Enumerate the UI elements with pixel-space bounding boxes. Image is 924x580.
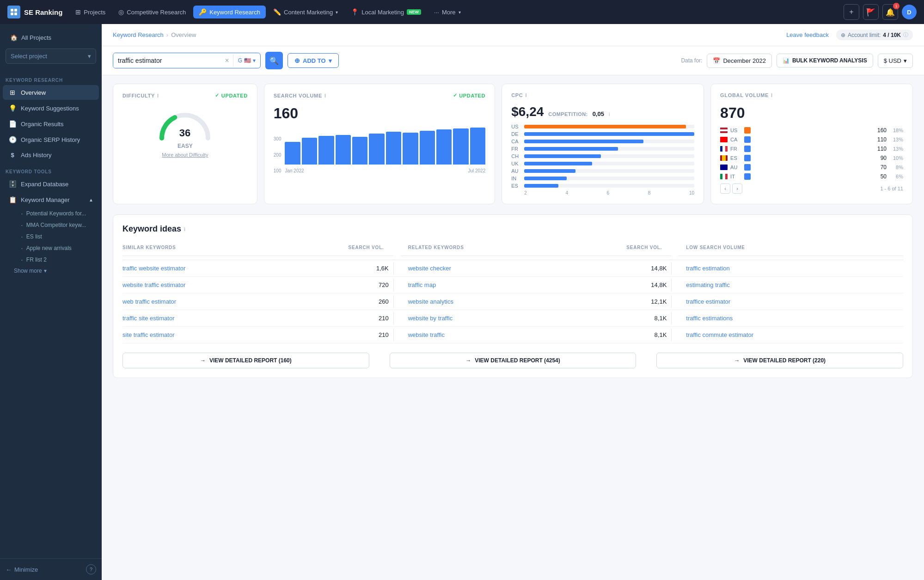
sidebar-item-ads-history[interactable]: $ Ads History [3,148,99,162]
keyword-ideas-title: Keyword ideas i [122,224,903,234]
related-kw-link[interactable]: website by traffic [408,315,453,322]
nav-local-marketing[interactable]: 📍 Local Marketing NEW [345,6,427,18]
sidebar-item-organic-results[interactable]: 📄 Organic Results [3,116,99,131]
logo-text: SE Ranking [24,8,62,16]
sidebar-sub-fr-list-2[interactable]: FR list 2 [17,254,99,265]
calendar-icon: 📅 [713,57,720,64]
gv-country: US [730,128,741,133]
low-report-arrow-icon: → [734,357,740,364]
account-info-icon[interactable]: ⓘ [903,31,908,38]
search-button[interactable]: 🔍 [265,52,283,69]
search-engine-selector[interactable]: G 🇺🇸 ▾ [233,55,260,67]
sidebar-sub-es-list[interactable]: ES list [17,231,99,242]
related-kw-link[interactable]: website analytics [408,298,453,305]
add-button[interactable]: + [844,4,859,20]
breadcrumb-right: Leave feedback ⊕ Account limit: 4 / 10K … [786,30,913,40]
ki-table-row: website traffic estimator 720 traffic ma… [122,277,903,293]
difficulty-info-icon[interactable]: i [157,93,159,98]
related-kw-link[interactable]: traffic map [408,281,436,288]
user-avatar[interactable]: D [902,5,917,19]
ki-table-row: traffic site estimator 210 website by tr… [122,310,903,327]
sidebar-item-expand-database[interactable]: 🗄️ Expand Database [3,177,99,191]
gv-value: 110 [873,136,887,143]
low-kw-link[interactable]: estimating traffic [686,281,729,288]
low-report-button[interactable]: → VIEW DETAILED REPORT (220) [656,353,903,368]
sv-value: 160 [274,105,485,122]
more-about-difficulty-link[interactable]: More about Difficulty [162,152,208,158]
sidebar-item-organic-serp-history[interactable]: 🕐 Organic SERP History [3,132,99,147]
cpc-country-label: CH [511,153,521,159]
bulk-keyword-analysis-button[interactable]: 📊 BULK KEYWORD ANALYSIS [777,54,873,67]
search-input[interactable] [113,53,221,68]
gv-next-button[interactable]: › [732,183,742,194]
gv-prev-button[interactable]: ‹ [720,183,730,194]
expand-icon: 🗄️ [8,180,17,188]
similar-kw-link[interactable]: web traffic estimator [122,298,176,305]
related-kw-link[interactable]: website traffic [408,331,445,338]
gv-info-icon[interactable]: i [771,92,773,98]
project-selector[interactable]: Select project ▾ [6,49,96,64]
nav-more[interactable]: ··· More ▾ [428,6,466,18]
cpc-bar-row: CA [511,139,694,144]
similar-vol-cell: 210 [347,310,393,326]
related-vol-cell: 14,8K [625,260,671,276]
low-kw-link[interactable]: traffic estimations [686,315,733,322]
clear-search-button[interactable]: ✕ [221,55,233,67]
nav-content-marketing[interactable]: ✏️ Content Marketing ▾ [268,6,343,18]
ki-info-icon[interactable]: i [184,226,185,232]
cpc-bar [524,169,575,173]
gauge-svg: 36 [155,105,215,142]
related-report-button[interactable]: → VIEW DETAILED REPORT (4254) [390,353,636,368]
sidebar-sub-potential-keywords[interactable]: Potential Keywords for... [17,208,99,219]
flag-button[interactable]: 🚩 [863,4,879,20]
cpc-bar-wrapper [524,177,694,180]
sidebar-item-keyword-suggestions[interactable]: 💡 Keyword Suggestions [3,101,99,116]
similar-kw-cell: web traffic estimator [122,293,347,310]
similar-report-button[interactable]: → VIEW DETAILED REPORT (160) [122,353,369,368]
cpc-bar [524,140,643,143]
sidebar-item-overview[interactable]: ⊞ Overview [3,85,99,100]
related-vol-cell: 12,1K [625,293,671,310]
nav-projects[interactable]: ⊞ Projects [70,6,111,18]
sv-chart: 300 200 100 Jan 2022 Jul 2022 [274,128,485,173]
related-kw-link[interactable]: website checker [408,265,451,272]
similar-kw-link[interactable]: website traffic estimator [122,281,185,288]
organic-icon: 📄 [8,120,17,128]
similar-vol-cell: 720 [347,277,393,293]
leave-feedback-link[interactable]: Leave feedback [786,31,829,38]
home-icon: 🏠 [10,34,18,41]
cpc-country-label: AU [511,168,521,174]
low-kw-link[interactable]: traffice estimator [686,298,730,305]
ki-button-row: → VIEW DETAILED REPORT (160) → VIEW DETA… [122,351,903,368]
app-logo[interactable]: SE Ranking [7,6,62,18]
similar-kw-link[interactable]: site traffic estimator [122,331,174,338]
notification-button[interactable]: 🔔 1 [882,4,898,20]
breadcrumb-parent[interactable]: Keyword Research [113,31,164,38]
minimize-button[interactable]: ← Minimize [6,566,38,573]
low-kw-link[interactable]: traffic estimation [686,265,729,272]
account-limit: ⊕ Account limit: 4 / 10K ⓘ [836,30,913,40]
nav-competitive-research[interactable]: ◎ Competitive Research [113,6,191,18]
sidebar-item-keyword-manager[interactable]: 📋 Keyword Manager ▲ [3,192,99,207]
nav-keyword-research[interactable]: 🔑 Keyword Research [193,6,266,18]
sv-info-icon[interactable]: i [324,93,326,98]
sv-bar [352,137,367,165]
similar-kw-link[interactable]: traffic website estimator [122,265,185,272]
competition-info-icon[interactable]: i [609,111,610,117]
currency-selector[interactable]: $ USD ▾ [878,54,913,68]
gv-flag [720,146,728,152]
date-selector[interactable]: 📅 December 2022 [707,54,772,68]
help-button[interactable]: ? [86,564,96,574]
add-to-button[interactable]: ⊕ ADD TO ▾ [288,53,339,68]
overview-icon: ⊞ [8,89,17,96]
currency-chevron-icon: ▾ [904,57,907,64]
gv-percent: 10% [889,155,903,161]
sidebar-sub-apple-new-arrivals[interactable]: Apple new arrivals [17,243,99,254]
sidebar-top: 🏠 All Projects Select project ▾ [0,24,102,71]
show-more-button[interactable]: Show more ▾ [0,266,102,276]
cpc-info-icon[interactable]: i [525,92,527,98]
all-projects-link[interactable]: 🏠 All Projects [6,31,96,45]
sidebar-sub-mma-competitor[interactable]: MMA Competitor keyw... [17,220,99,231]
similar-kw-link[interactable]: traffic site estimator [122,315,174,322]
low-kw-link[interactable]: traffic commute estimator [686,331,753,338]
